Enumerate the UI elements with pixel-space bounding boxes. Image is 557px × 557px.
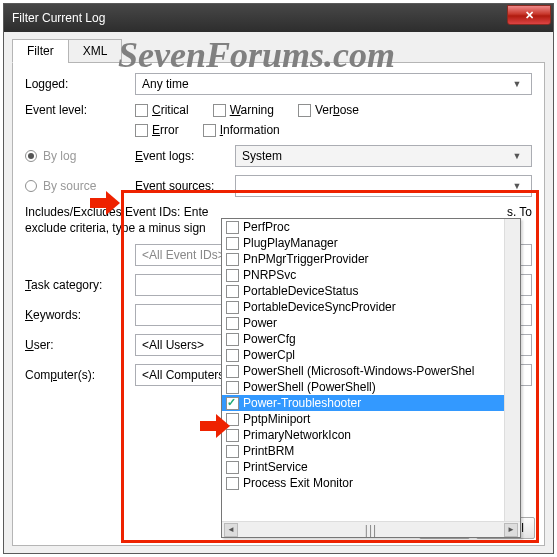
label-event-level: Event level: — [25, 103, 135, 117]
window-title: Filter Current Log — [12, 11, 105, 25]
label-keywords: Keywords: — [25, 308, 135, 322]
source-item[interactable]: PowerShell (PowerShell) — [222, 379, 504, 395]
source-item[interactable]: PowerCfg — [222, 331, 504, 347]
chevron-down-icon: ▼ — [509, 151, 525, 161]
close-button[interactable]: ✕ — [507, 5, 551, 25]
tab-xml[interactable]: XML — [68, 39, 123, 63]
event-sources-dropdown[interactable]: ▼ — [235, 175, 532, 197]
event-logs-dropdown[interactable]: System ▼ — [235, 145, 532, 167]
titlebar: Filter Current Log ✕ — [4, 4, 553, 32]
radio-by-log: By log — [25, 149, 135, 163]
horizontal-scrollbar[interactable]: ◄ ||| ► — [222, 521, 520, 537]
source-item[interactable]: PortableDeviceSyncProvider — [222, 299, 504, 315]
source-item[interactable]: PortableDeviceStatus — [222, 283, 504, 299]
label-event-logs: Event logs: — [135, 149, 235, 163]
chk-verbose[interactable]: Verbose — [298, 103, 359, 117]
source-item[interactable]: PrintService — [222, 459, 504, 475]
source-item[interactable]: PowerCpl — [222, 347, 504, 363]
source-item[interactable]: PowerShell (Microsoft-Windows-PowerShel — [222, 363, 504, 379]
source-item[interactable]: Power-Troubleshooter — [222, 395, 504, 411]
logged-value: Any time — [142, 77, 189, 91]
label-event-sources: Event sources: — [135, 179, 235, 193]
logged-dropdown[interactable]: Any time ▼ — [135, 73, 532, 95]
source-item[interactable]: PlugPlayManager — [222, 235, 504, 251]
source-item[interactable]: PNRPSvc — [222, 267, 504, 283]
source-item[interactable]: PptpMiniport — [222, 411, 504, 427]
scroll-left-icon[interactable]: ◄ — [224, 523, 238, 537]
chk-critical[interactable]: Critical — [135, 103, 189, 117]
source-item[interactable]: PerfProc — [222, 219, 504, 235]
source-item[interactable]: PrimaryNetworkIcon — [222, 427, 504, 443]
source-item[interactable]: PrintBRM — [222, 443, 504, 459]
source-item[interactable]: PnPMgrTriggerProvider — [222, 251, 504, 267]
scroll-right-icon[interactable]: ► — [504, 523, 518, 537]
tab-strip: Filter XML — [12, 38, 545, 63]
event-logs-value: System — [242, 149, 282, 163]
chevron-down-icon: ▼ — [509, 181, 525, 191]
radio-by-source: By source — [25, 179, 135, 193]
label-user: User: — [25, 338, 135, 352]
tab-filter[interactable]: Filter — [12, 39, 69, 63]
label-computers: Computer(s): — [25, 368, 135, 382]
chk-warning[interactable]: Warning — [213, 103, 274, 117]
label-logged: Logged: — [25, 77, 135, 91]
source-item[interactable]: Power — [222, 315, 504, 331]
source-item[interactable]: Process Exit Monitor — [222, 475, 504, 491]
chevron-down-icon: ▼ — [509, 79, 525, 89]
event-sources-list[interactable]: PerfProcPlugPlayManagerPnPMgrTriggerProv… — [221, 218, 521, 538]
label-task-category: Task category: — [25, 278, 135, 292]
chk-error[interactable]: Error — [135, 123, 179, 137]
vertical-scrollbar[interactable] — [504, 219, 520, 521]
chk-information[interactable]: Information — [203, 123, 280, 137]
